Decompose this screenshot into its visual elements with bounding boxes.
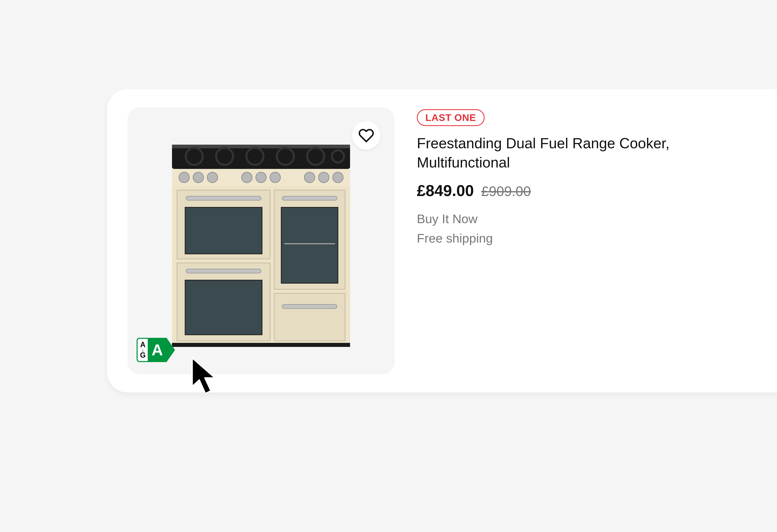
svg-rect-31 xyxy=(172,343,350,347)
svg-point-15 xyxy=(270,172,281,183)
buy-type: Buy It Now xyxy=(417,209,680,229)
svg-point-10 xyxy=(179,172,189,183)
energy-scale: A ↓ G xyxy=(137,338,149,362)
product-title[interactable]: Freestanding Dual Fuel Range Cooker, Mul… xyxy=(417,134,680,172)
product-image-container[interactable]: A ↓ G A xyxy=(127,107,395,374)
svg-rect-24 xyxy=(185,280,262,335)
favorite-button[interactable] xyxy=(352,121,380,150)
product-details: LAST ONE Freestanding Dual Fuel Range Co… xyxy=(417,107,680,248)
original-price: £909.00 xyxy=(481,183,531,199)
energy-grade: A xyxy=(149,338,166,362)
svg-rect-27 xyxy=(281,207,338,283)
svg-point-12 xyxy=(207,172,218,183)
svg-point-14 xyxy=(256,172,266,183)
svg-rect-20 xyxy=(186,196,261,200)
energy-label[interactable]: A ↓ G A xyxy=(137,338,166,362)
product-card: A ↓ G A LAST ONE Freestanding Dual Fuel … xyxy=(107,89,777,392)
svg-rect-1 xyxy=(172,145,350,148)
current-price: £849.00 xyxy=(417,181,474,200)
svg-point-17 xyxy=(319,172,329,183)
svg-rect-23 xyxy=(186,269,261,273)
price-row: £849.00 £909.00 xyxy=(417,181,680,200)
svg-rect-26 xyxy=(282,196,337,200)
product-image xyxy=(168,141,354,347)
svg-point-13 xyxy=(242,172,252,183)
svg-rect-29 xyxy=(274,293,345,341)
shipping-info: Free shipping xyxy=(417,229,680,248)
svg-point-16 xyxy=(304,172,315,183)
energy-scale-bottom: G xyxy=(140,352,146,359)
svg-rect-30 xyxy=(282,304,337,308)
stock-badge: LAST ONE xyxy=(417,109,484,126)
svg-point-11 xyxy=(193,172,204,183)
heart-icon xyxy=(358,128,374,143)
svg-rect-21 xyxy=(185,207,262,254)
svg-point-18 xyxy=(333,172,343,183)
